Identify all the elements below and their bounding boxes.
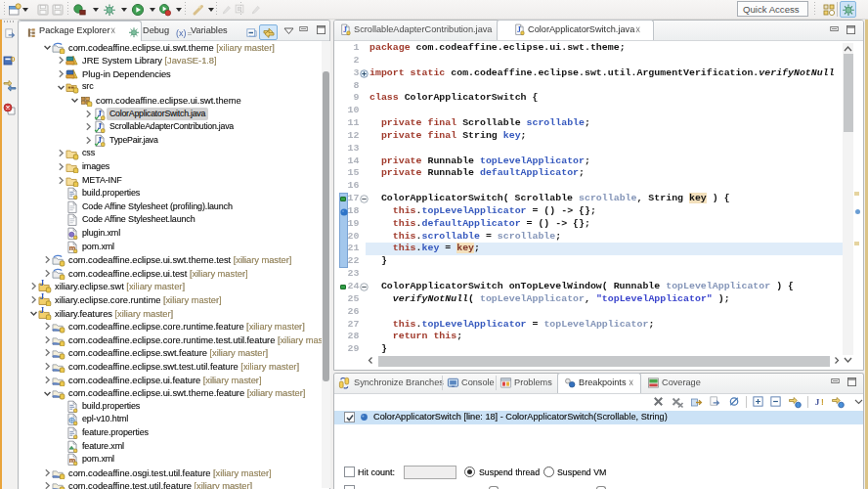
svg-text:0: 0 [11,55,16,64]
